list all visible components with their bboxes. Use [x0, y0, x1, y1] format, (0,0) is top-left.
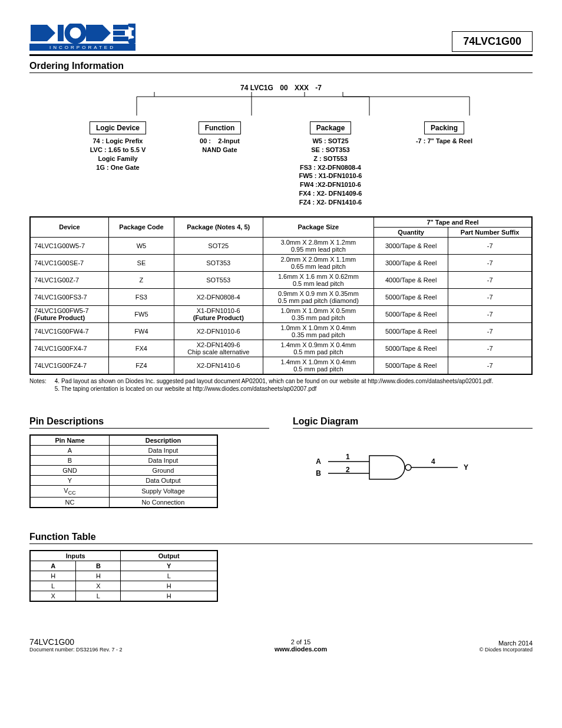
- table-row: YData Output: [30, 475, 217, 485]
- ord-col-logic-device: Logic Device 74 : Logic Prefix LVC : 1.6…: [71, 121, 165, 207]
- svg-point-1: [67, 25, 84, 41]
- function-table-block: Function Table InputsOutput ABY HHLLXHXL…: [29, 532, 533, 602]
- svg-text:INCORPORATED: INCORPORATED: [49, 45, 115, 50]
- ordering-notes: Notes: 4. Pad layout as shown on Diodes …: [29, 377, 533, 393]
- svg-text:B: B: [316, 469, 321, 477]
- nand-gate-diagram: A B Y 1 2 4: [293, 445, 481, 492]
- table-row: HHL: [30, 571, 217, 581]
- table-row: 74LVC1G00FS3-7FS3X2-DFN0808-40.9mm X 0.9…: [30, 288, 532, 305]
- section-title-ordering: Ordering Information: [29, 61, 533, 71]
- table-row: NCNo Connection: [30, 497, 217, 508]
- company-logo: INCORPORATED: [29, 24, 135, 52]
- header-rule: [29, 54, 533, 56]
- page-footer: 74LVC1G00 Document number: DS32196 Rev. …: [29, 637, 533, 653]
- footer-left: 74LVC1G00 Document number: DS32196 Rev. …: [29, 637, 122, 653]
- table-row: 74LVC1G00W5-7W5SOT253.0mm X 2.8mm X 1.2m…: [30, 237, 532, 254]
- page-header: INCORPORATED 74LVC1G00: [29, 24, 533, 52]
- section-title-pins: Pin Descriptions: [29, 416, 269, 427]
- svg-rect-3: [113, 31, 125, 35]
- logic-diagram-block: Logic Diagram A B Y 1 2 4: [293, 416, 533, 508]
- svg-text:Y: Y: [464, 463, 468, 472]
- section-title-logic: Logic Diagram: [293, 416, 533, 427]
- svg-point-21: [405, 465, 411, 470]
- svg-text:1: 1: [346, 453, 350, 461]
- svg-rect-4: [113, 37, 128, 41]
- svg-text:A: A: [316, 457, 321, 466]
- ordering-table: Device Package Code Package (Notes 4, 5)…: [29, 216, 533, 375]
- table-row: VCCSupply Voltage: [30, 485, 217, 497]
- table-row: 74LVC1G00Z-7ZSOT5531.6mm X 1.6 mm X 0.62…: [30, 271, 532, 288]
- ordering-connector-diagram: [57, 92, 505, 119]
- table-row: 74LVC1G00FX4-7FX4X2-DFN1409-6Chip scale …: [30, 340, 532, 357]
- ord-col-package: Package W5 : SOT25 SE : SOT353 Z : SOT55…: [275, 121, 386, 207]
- svg-text:2: 2: [346, 466, 350, 474]
- ordering-info-grid: Logic Device 74 : Logic Prefix LVC : 1.6…: [29, 121, 533, 207]
- svg-rect-2: [113, 25, 128, 29]
- section-rule: [29, 73, 533, 73]
- table-row: 74LVC1G00FZ4-7FZ4X2-DFN1410-61.4mm X 1.0…: [30, 357, 532, 374]
- footer-center: 2 of 15 www.diodes.com: [275, 638, 327, 653]
- part-number-box: 74LVC1G00: [452, 31, 533, 52]
- ordering-code-line: 74 LVC1G 00 XXX -7: [29, 84, 533, 92]
- pin-descriptions-table: Pin NameDescription AData InputBData Inp…: [29, 434, 218, 508]
- table-row: 74LVC1G00SE-7SESOT3532.0mm X 2.0mm X 1.1…: [30, 254, 532, 271]
- table-row: 74LVC1G00FW5-7(Future Product)FW5X1-DFN1…: [30, 305, 532, 322]
- svg-rect-0: [58, 25, 64, 41]
- table-row: AData Input: [30, 445, 217, 455]
- section-title-func: Function Table: [29, 532, 533, 542]
- footer-right: March 2014 © Diodes Incorporated: [480, 640, 533, 653]
- svg-text:4: 4: [431, 457, 435, 466]
- table-row: LXH: [30, 581, 217, 591]
- table-row: XLH: [30, 591, 217, 601]
- table-row: GNDGround: [30, 465, 217, 475]
- ord-col-packing: Packing -7 : 7" Tape & Reel: [397, 121, 491, 207]
- table-row: BData Input: [30, 455, 217, 465]
- pin-descriptions-block: Pin Descriptions Pin NameDescription ADa…: [29, 416, 269, 508]
- table-row: 74LVC1G00FW4-7FW4X2-DFN1010-61.0mm X 1.0…: [30, 322, 532, 340]
- ord-col-function: Function 00 : 2-Input NAND Gate: [176, 121, 264, 207]
- function-table: InputsOutput ABY HHLLXHXLH: [29, 550, 218, 602]
